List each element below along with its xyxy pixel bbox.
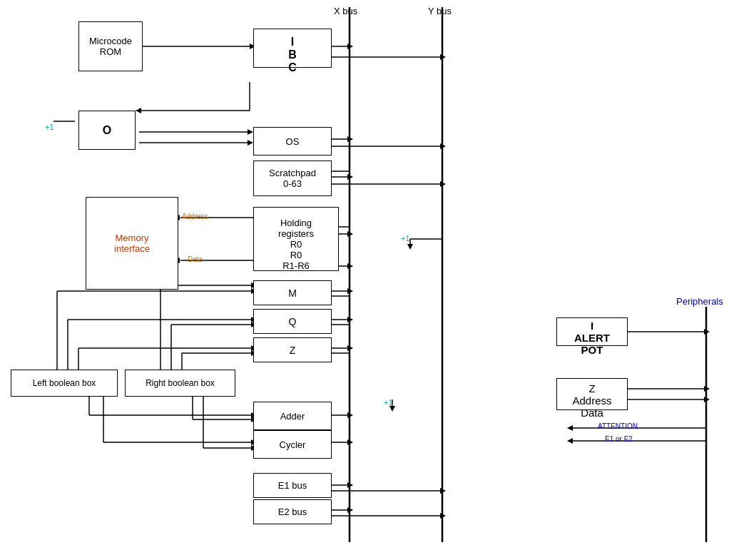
svg-marker-32 <box>407 244 413 250</box>
svg-marker-84 <box>389 406 395 412</box>
svg-marker-17 <box>347 136 353 142</box>
right-boolean-box: Right boolean box <box>125 370 235 397</box>
svg-marker-92 <box>347 507 353 513</box>
q-register-box: Q <box>253 309 332 334</box>
svg-marker-5 <box>347 44 353 49</box>
diagram-container: X bus Y bus MicrocodeROM I B C O +1 OS S… <box>0 0 734 560</box>
svg-marker-97 <box>704 329 710 335</box>
plus1-o-label: +1 <box>45 123 54 131</box>
e1ore2-label: E1 or E2 <box>605 435 633 443</box>
adder-box: Adder <box>253 402 332 430</box>
svg-marker-15 <box>248 140 253 146</box>
xbus-label: X bus <box>334 6 357 16</box>
microcode-rom-box: MicrocodeROM <box>78 21 143 71</box>
svg-marker-78 <box>347 345 353 351</box>
data-label: Data <box>188 255 203 263</box>
svg-marker-105 <box>567 438 573 444</box>
svg-marker-11 <box>136 108 141 113</box>
left-boolean-box: Left boolean box <box>11 370 118 397</box>
ybus-label: Y bus <box>428 6 452 16</box>
holding-registers-box: Holdingregisters R0 R0 R1-R6 <box>253 207 339 271</box>
svg-marker-23 <box>440 181 446 187</box>
e2-bus-box: E2 bus <box>253 499 332 524</box>
svg-marker-13 <box>248 129 253 135</box>
svg-marker-7 <box>440 54 446 60</box>
e1-bus-box: E1 bus <box>253 473 332 498</box>
svg-marker-74 <box>347 317 353 322</box>
svg-marker-19 <box>440 143 446 149</box>
svg-marker-86 <box>347 439 353 445</box>
address-label: Address <box>182 213 208 220</box>
m-register-box: M <box>253 280 332 305</box>
z-peripheral-box: Z Address Data <box>556 378 628 410</box>
scratchpad-box: Scratchpad0-63 <box>253 161 332 196</box>
svg-marker-29 <box>347 231 353 237</box>
plus1-holding-label: +1 <box>401 234 410 243</box>
z-register-box: Z <box>253 337 332 362</box>
i-peripheral-box: I ALERT POT <box>556 317 628 346</box>
memory-interface-box: Memoryinterface <box>86 197 178 290</box>
svg-marker-82 <box>347 412 353 418</box>
svg-marker-21 <box>347 174 353 180</box>
svg-marker-103 <box>567 425 573 431</box>
peripherals-label: Peripherals <box>676 296 723 307</box>
attention-label: ATTENTION <box>598 422 638 430</box>
svg-marker-101 <box>704 397 710 402</box>
svg-marker-70 <box>347 288 353 294</box>
i-register-box: I B C <box>253 29 332 68</box>
svg-marker-99 <box>704 386 710 392</box>
svg-marker-88 <box>347 482 353 488</box>
cycler-box: Cycler <box>253 430 332 459</box>
svg-marker-90 <box>440 488 446 494</box>
svg-marker-34 <box>347 263 353 269</box>
o-register-box: O <box>78 111 136 150</box>
svg-marker-94 <box>440 513 446 519</box>
os-register-box: OS <box>253 127 332 156</box>
plus1-adder-label: +1 <box>384 398 393 407</box>
